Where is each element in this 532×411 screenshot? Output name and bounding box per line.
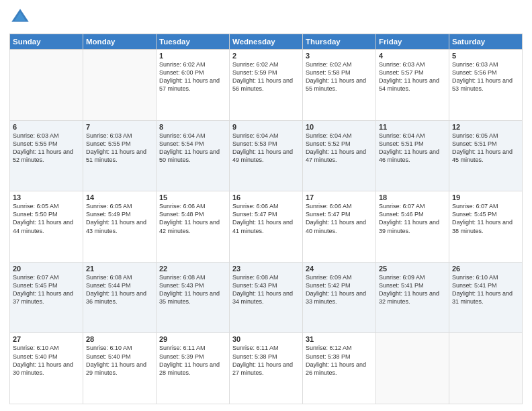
day-header-friday: Friday — [376, 34, 449, 50]
calendar-cell: 2Sunrise: 6:02 AMSunset: 5:59 PMDaylight… — [230, 50, 303, 121]
day-info: Sunrise: 6:02 AMSunset: 5:59 PMDaylight:… — [232, 60, 300, 93]
day-info: Sunrise: 6:05 AMSunset: 5:50 PMDaylight:… — [13, 202, 80, 235]
calendar-cell: 30Sunrise: 6:11 AMSunset: 5:38 PMDayligh… — [230, 333, 303, 404]
day-info: Sunrise: 6:08 AMSunset: 5:43 PMDaylight:… — [232, 273, 300, 306]
calendar-cell: 23Sunrise: 6:08 AMSunset: 5:43 PMDayligh… — [230, 262, 303, 333]
day-info: Sunrise: 6:02 AMSunset: 5:58 PMDaylight:… — [306, 60, 373, 93]
calendar-table: SundayMondayTuesdayWednesdayThursdayFrid… — [9, 34, 523, 404]
calendar-cell: 15Sunrise: 6:06 AMSunset: 5:48 PMDayligh… — [157, 191, 230, 263]
day-number: 3 — [306, 52, 373, 60]
calendar-header-row: SundayMondayTuesdayWednesdayThursdayFrid… — [10, 34, 523, 50]
calendar-cell: 17Sunrise: 6:06 AMSunset: 5:47 PMDayligh… — [303, 191, 376, 263]
day-number: 17 — [306, 193, 373, 201]
day-header-monday: Monday — [83, 34, 157, 50]
calendar-week-3: 13Sunrise: 6:05 AMSunset: 5:50 PMDayligh… — [10, 191, 523, 263]
day-number: 30 — [232, 335, 300, 343]
day-number: 29 — [159, 335, 226, 343]
calendar-cell: 21Sunrise: 6:08 AMSunset: 5:44 PMDayligh… — [83, 262, 157, 333]
day-number: 24 — [306, 265, 373, 273]
day-info: Sunrise: 6:07 AMSunset: 5:46 PMDaylight:… — [379, 202, 446, 235]
calendar-cell: 27Sunrise: 6:10 AMSunset: 5:40 PMDayligh… — [10, 333, 83, 404]
day-info: Sunrise: 6:12 AMSunset: 5:38 PMDaylight:… — [306, 344, 373, 377]
day-number: 28 — [86, 335, 153, 343]
calendar-cell: 12Sunrise: 6:05 AMSunset: 5:51 PMDayligh… — [449, 120, 523, 191]
calendar-week-4: 20Sunrise: 6:07 AMSunset: 5:45 PMDayligh… — [10, 262, 523, 333]
day-info: Sunrise: 6:11 AMSunset: 5:39 PMDaylight:… — [159, 344, 226, 377]
calendar-cell — [449, 333, 523, 404]
calendar-cell: 3Sunrise: 6:02 AMSunset: 5:58 PMDaylight… — [303, 50, 376, 121]
calendar-cell: 29Sunrise: 6:11 AMSunset: 5:39 PMDayligh… — [157, 333, 230, 404]
header — [9, 7, 523, 28]
day-header-wednesday: Wednesday — [230, 34, 303, 50]
day-info: Sunrise: 6:09 AMSunset: 5:42 PMDaylight:… — [306, 273, 373, 306]
day-number: 1 — [159, 52, 226, 60]
calendar-cell — [10, 50, 83, 121]
day-info: Sunrise: 6:09 AMSunset: 5:41 PMDaylight:… — [379, 273, 446, 306]
day-number: 8 — [159, 123, 226, 131]
calendar-cell: 28Sunrise: 6:10 AMSunset: 5:40 PMDayligh… — [83, 333, 157, 404]
calendar-cell: 8Sunrise: 6:04 AMSunset: 5:54 PMDaylight… — [157, 120, 230, 191]
day-number: 25 — [379, 265, 446, 273]
calendar-cell: 20Sunrise: 6:07 AMSunset: 5:45 PMDayligh… — [10, 262, 83, 333]
logo — [9, 7, 34, 28]
day-number: 12 — [452, 123, 519, 131]
calendar-cell — [83, 50, 157, 121]
day-info: Sunrise: 6:03 AMSunset: 5:55 PMDaylight:… — [13, 132, 80, 165]
calendar-week-2: 6Sunrise: 6:03 AMSunset: 5:55 PMDaylight… — [10, 120, 523, 191]
day-info: Sunrise: 6:08 AMSunset: 5:44 PMDaylight:… — [86, 273, 153, 306]
day-header-tuesday: Tuesday — [157, 34, 230, 50]
day-number: 16 — [232, 193, 300, 201]
day-number: 13 — [13, 193, 80, 201]
day-number: 5 — [452, 52, 519, 60]
day-number: 10 — [306, 123, 373, 131]
day-info: Sunrise: 6:11 AMSunset: 5:38 PMDaylight:… — [232, 344, 300, 377]
day-number: 31 — [306, 335, 373, 343]
logo-icon — [9, 7, 31, 28]
day-info: Sunrise: 6:07 AMSunset: 5:45 PMDaylight:… — [13, 273, 80, 306]
day-info: Sunrise: 6:04 AMSunset: 5:53 PMDaylight:… — [232, 132, 300, 165]
day-header-thursday: Thursday — [303, 34, 376, 50]
day-info: Sunrise: 6:03 AMSunset: 5:57 PMDaylight:… — [379, 60, 446, 93]
calendar-cell: 1Sunrise: 6:02 AMSunset: 6:00 PMDaylight… — [157, 50, 230, 121]
day-number: 9 — [232, 123, 300, 131]
calendar-cell: 31Sunrise: 6:12 AMSunset: 5:38 PMDayligh… — [303, 333, 376, 404]
day-number: 2 — [232, 52, 300, 60]
calendar-cell — [376, 333, 449, 404]
day-info: Sunrise: 6:02 AMSunset: 6:00 PMDaylight:… — [159, 60, 226, 93]
day-info: Sunrise: 6:05 AMSunset: 5:51 PMDaylight:… — [452, 132, 519, 165]
day-number: 22 — [159, 265, 226, 273]
calendar-cell: 24Sunrise: 6:09 AMSunset: 5:42 PMDayligh… — [303, 262, 376, 333]
calendar-cell: 14Sunrise: 6:05 AMSunset: 5:49 PMDayligh… — [83, 191, 157, 263]
day-number: 26 — [452, 265, 519, 273]
day-info: Sunrise: 6:08 AMSunset: 5:43 PMDaylight:… — [159, 273, 226, 306]
calendar-cell: 9Sunrise: 6:04 AMSunset: 5:53 PMDaylight… — [230, 120, 303, 191]
day-number: 21 — [86, 265, 153, 273]
day-info: Sunrise: 6:04 AMSunset: 5:52 PMDaylight:… — [306, 132, 373, 165]
calendar-cell: 26Sunrise: 6:10 AMSunset: 5:41 PMDayligh… — [449, 262, 523, 333]
calendar-cell: 11Sunrise: 6:04 AMSunset: 5:51 PMDayligh… — [376, 120, 449, 191]
page-container: SundayMondayTuesdayWednesdayThursdayFrid… — [0, 0, 532, 411]
day-number: 7 — [86, 123, 153, 131]
day-info: Sunrise: 6:03 AMSunset: 5:56 PMDaylight:… — [452, 60, 519, 93]
day-info: Sunrise: 6:10 AMSunset: 5:40 PMDaylight:… — [13, 344, 80, 377]
day-info: Sunrise: 6:06 AMSunset: 5:47 PMDaylight:… — [306, 202, 373, 235]
calendar-week-1: 1Sunrise: 6:02 AMSunset: 6:00 PMDaylight… — [10, 50, 523, 121]
day-number: 14 — [86, 193, 153, 201]
day-header-sunday: Sunday — [10, 34, 83, 50]
calendar-cell: 4Sunrise: 6:03 AMSunset: 5:57 PMDaylight… — [376, 50, 449, 121]
day-number: 4 — [379, 52, 446, 60]
day-header-saturday: Saturday — [449, 34, 523, 50]
day-info: Sunrise: 6:04 AMSunset: 5:51 PMDaylight:… — [379, 132, 446, 165]
day-number: 15 — [159, 193, 226, 201]
day-info: Sunrise: 6:06 AMSunset: 5:48 PMDaylight:… — [159, 202, 226, 235]
day-info: Sunrise: 6:05 AMSunset: 5:49 PMDaylight:… — [86, 202, 153, 235]
calendar-cell: 18Sunrise: 6:07 AMSunset: 5:46 PMDayligh… — [376, 191, 449, 263]
day-number: 23 — [232, 265, 300, 273]
calendar-cell: 7Sunrise: 6:03 AMSunset: 5:55 PMDaylight… — [83, 120, 157, 191]
calendar-cell: 6Sunrise: 6:03 AMSunset: 5:55 PMDaylight… — [10, 120, 83, 191]
day-info: Sunrise: 6:03 AMSunset: 5:55 PMDaylight:… — [86, 132, 153, 165]
day-info: Sunrise: 6:06 AMSunset: 5:47 PMDaylight:… — [232, 202, 300, 235]
day-number: 6 — [13, 123, 80, 131]
day-info: Sunrise: 6:04 AMSunset: 5:54 PMDaylight:… — [159, 132, 226, 165]
calendar-cell: 22Sunrise: 6:08 AMSunset: 5:43 PMDayligh… — [157, 262, 230, 333]
